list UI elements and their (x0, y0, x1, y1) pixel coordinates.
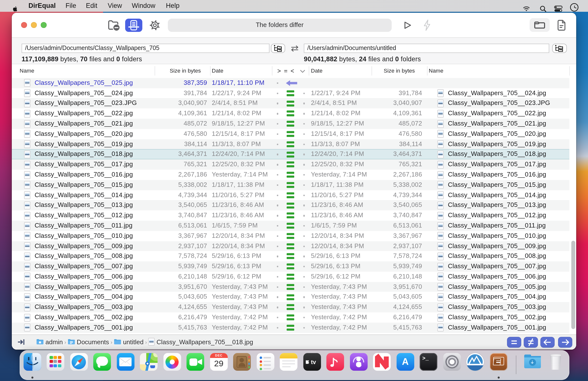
svg-text:tv: tv (311, 359, 316, 365)
